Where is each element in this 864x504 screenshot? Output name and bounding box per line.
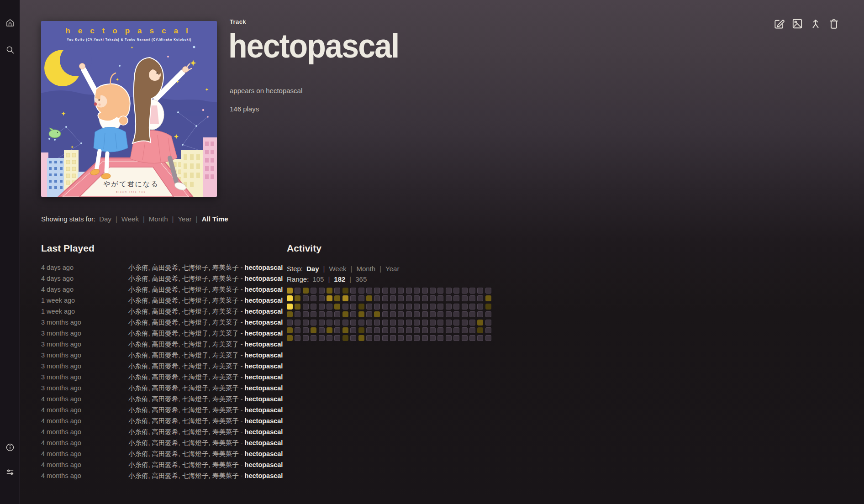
heatmap-cell[interactable] bbox=[303, 304, 309, 310]
track-link[interactable]: hectopascal bbox=[245, 275, 283, 282]
heatmap-cell[interactable] bbox=[390, 304, 396, 310]
track-link[interactable]: hectopascal bbox=[245, 330, 283, 337]
heatmap-cell[interactable] bbox=[477, 311, 483, 317]
edit-button[interactable] bbox=[773, 18, 785, 31]
heatmap-cell[interactable] bbox=[287, 327, 293, 333]
heatmap-cell[interactable] bbox=[295, 320, 300, 326]
range-option-365[interactable]: 365 bbox=[355, 275, 367, 283]
track-link[interactable]: hectopascal bbox=[245, 472, 283, 479]
heatmap-cell[interactable] bbox=[430, 335, 436, 341]
heatmap-cell[interactable] bbox=[430, 320, 436, 326]
heatmap-cell[interactable] bbox=[303, 295, 309, 301]
heatmap-cell[interactable] bbox=[469, 320, 475, 326]
heatmap-cell[interactable] bbox=[334, 335, 340, 341]
heatmap-cell[interactable] bbox=[303, 320, 309, 326]
heatmap-cell[interactable] bbox=[422, 304, 428, 310]
heatmap-cell[interactable] bbox=[366, 311, 372, 317]
heatmap-cell[interactable] bbox=[287, 304, 293, 310]
track-link[interactable]: hectopascal bbox=[245, 341, 283, 348]
change-image-button[interactable] bbox=[791, 18, 804, 31]
heatmap-cell[interactable] bbox=[446, 295, 452, 301]
heatmap-cell[interactable] bbox=[287, 288, 293, 294]
track-link[interactable]: hectopascal bbox=[245, 417, 283, 425]
artist-links[interactable]: 小糸侑, 高田憂希, 七海燈子, 寿美菜子 bbox=[128, 297, 239, 304]
heatmap-cell[interactable] bbox=[382, 335, 388, 341]
heatmap-cell[interactable] bbox=[350, 335, 356, 341]
stats-option-month[interactable]: Month bbox=[149, 215, 168, 223]
heatmap-cell[interactable] bbox=[453, 288, 459, 294]
track-link[interactable]: hectopascal bbox=[245, 319, 283, 326]
artist-links[interactable]: 小糸侑, 高田憂希, 七海燈子, 寿美菜子 bbox=[128, 275, 239, 282]
heatmap-cell[interactable] bbox=[382, 288, 388, 294]
heatmap-cell[interactable] bbox=[342, 311, 348, 317]
heatmap-cell[interactable] bbox=[477, 288, 483, 294]
heatmap-cell[interactable] bbox=[295, 288, 300, 294]
heatmap-cell[interactable] bbox=[295, 304, 300, 310]
heatmap-cell[interactable] bbox=[311, 327, 316, 333]
heatmap-cell[interactable] bbox=[462, 335, 468, 341]
heatmap-cell[interactable] bbox=[382, 304, 388, 310]
sidebar-item-home[interactable] bbox=[0, 14, 20, 34]
heatmap-cell[interactable] bbox=[414, 304, 420, 310]
heatmap-cell[interactable] bbox=[462, 327, 468, 333]
heatmap-cell[interactable] bbox=[398, 335, 404, 341]
heatmap-cell[interactable] bbox=[477, 320, 483, 326]
artist-links[interactable]: 小糸侑, 高田憂希, 七海燈子, 寿美菜子 bbox=[128, 472, 239, 479]
heatmap-cell[interactable] bbox=[453, 335, 459, 341]
range-option-105[interactable]: 105 bbox=[312, 275, 324, 283]
merge-button[interactable] bbox=[809, 18, 822, 31]
heatmap-cell[interactable] bbox=[350, 327, 356, 333]
heatmap-cell[interactable] bbox=[453, 327, 459, 333]
heatmap-cell[interactable] bbox=[366, 288, 372, 294]
heatmap-cell[interactable] bbox=[295, 295, 300, 301]
heatmap-cell[interactable] bbox=[319, 335, 325, 341]
heatmap-cell[interactable] bbox=[334, 320, 340, 326]
heatmap-cell[interactable] bbox=[430, 327, 436, 333]
heatmap-cell[interactable] bbox=[469, 288, 475, 294]
heatmap-cell[interactable] bbox=[477, 327, 483, 333]
heatmap-cell[interactable] bbox=[295, 335, 300, 341]
heatmap-cell[interactable] bbox=[327, 304, 332, 310]
heatmap-cell[interactable] bbox=[358, 295, 364, 301]
heatmap-cell[interactable] bbox=[390, 320, 396, 326]
artist-links[interactable]: 小糸侑, 高田憂希, 七海燈子, 寿美菜子 bbox=[128, 352, 239, 359]
heatmap-cell[interactable] bbox=[319, 304, 325, 310]
heatmap-cell[interactable] bbox=[469, 327, 475, 333]
heatmap-cell[interactable] bbox=[358, 288, 364, 294]
heatmap-cell[interactable] bbox=[358, 311, 364, 317]
heatmap-cell[interactable] bbox=[430, 311, 436, 317]
heatmap-cell[interactable] bbox=[477, 295, 483, 301]
heatmap-cell[interactable] bbox=[366, 304, 372, 310]
heatmap-cell[interactable] bbox=[406, 288, 412, 294]
stats-option-week[interactable]: Week bbox=[121, 215, 139, 223]
step-option-year[interactable]: Year bbox=[385, 265, 399, 273]
heatmap-cell[interactable] bbox=[446, 335, 452, 341]
sidebar-item-search[interactable] bbox=[0, 41, 20, 61]
heatmap-cell[interactable] bbox=[390, 311, 396, 317]
heatmap-cell[interactable] bbox=[303, 335, 309, 341]
heatmap-cell[interactable] bbox=[295, 311, 300, 317]
heatmap-cell[interactable] bbox=[469, 304, 475, 310]
heatmap-cell[interactable] bbox=[406, 320, 412, 326]
track-link[interactable]: hectopascal bbox=[245, 297, 283, 304]
heatmap-cell[interactable] bbox=[327, 335, 332, 341]
heatmap-cell[interactable] bbox=[374, 288, 380, 294]
step-option-day[interactable]: Day bbox=[306, 265, 319, 273]
heatmap-cell[interactable] bbox=[485, 295, 491, 301]
track-link[interactable]: hectopascal bbox=[245, 439, 283, 446]
artist-links[interactable]: 小糸侑, 高田憂希, 七海燈子, 寿美菜子 bbox=[128, 373, 239, 381]
heatmap-cell[interactable] bbox=[437, 327, 443, 333]
heatmap-cell[interactable] bbox=[374, 295, 380, 301]
delete-button[interactable] bbox=[827, 18, 840, 31]
heatmap-cell[interactable] bbox=[477, 304, 483, 310]
heatmap-cell[interactable] bbox=[462, 295, 468, 301]
heatmap-cell[interactable] bbox=[390, 295, 396, 301]
track-link[interactable]: hectopascal bbox=[245, 461, 283, 468]
heatmap-cell[interactable] bbox=[422, 295, 428, 301]
heatmap-cell[interactable] bbox=[453, 311, 459, 317]
heatmap-cell[interactable] bbox=[437, 295, 443, 301]
heatmap-cell[interactable] bbox=[342, 304, 348, 310]
heatmap-cell[interactable] bbox=[311, 320, 316, 326]
heatmap-cell[interactable] bbox=[382, 295, 388, 301]
heatmap-cell[interactable] bbox=[469, 295, 475, 301]
